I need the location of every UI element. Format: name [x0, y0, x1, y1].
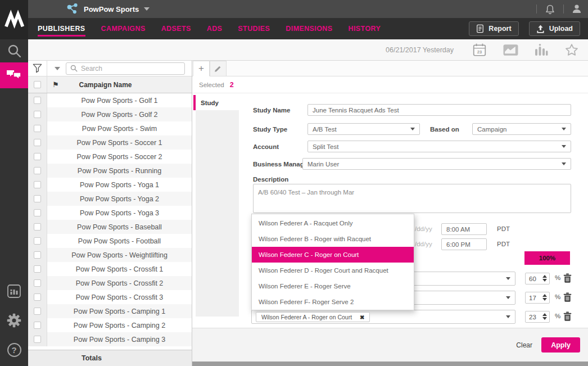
row-checkbox[interactable] — [34, 125, 41, 132]
based-on-select[interactable]: Campaign — [472, 123, 571, 135]
campaign-row[interactable]: Pow Pow Sports - Soccer 2 — [28, 150, 192, 164]
dropdown-option-selected[interactable]: Wilson Federer C - Roger on Court — [252, 247, 414, 263]
clear-button[interactable]: Clear — [516, 341, 532, 349]
campaign-row[interactable]: Pow Pow Sports - Soccer 1 — [28, 135, 192, 150]
campaign-row[interactable]: Pow Pow Sports - Camping 3 — [28, 332, 192, 346]
campaign-row[interactable]: Pow Pow Sports - Crossfit 3 — [28, 290, 192, 304]
description-textarea[interactable]: A/B 60/40 Test – Jan through Mar — [253, 184, 571, 213]
sidebar-settings-gear-icon[interactable] — [0, 313, 28, 328]
divider — [536, 4, 537, 13]
row-checkbox[interactable] — [34, 237, 41, 245]
campaign-row[interactable]: Pow Pow Sports - Yoga 1 — [28, 178, 192, 192]
sidebar-reports-icon[interactable] — [0, 284, 28, 299]
edit-tab[interactable] — [210, 61, 227, 76]
marin-m-icon — [4, 10, 24, 30]
campaign-search-box — [66, 62, 185, 75]
stepper-icon[interactable] — [542, 294, 547, 301]
trend-chart-icon[interactable] — [503, 44, 518, 56]
dropdown-option[interactable]: Wilson Federer F- Roger Serve 2 — [252, 294, 414, 310]
start-time-input[interactable] — [441, 223, 487, 235]
account-switcher[interactable]: PowPow Sports — [66, 3, 150, 15]
calendar-icon[interactable]: 23 — [472, 43, 487, 57]
row-checkbox[interactable] — [34, 251, 41, 259]
flag-column-icon[interactable]: ⚑ — [47, 76, 64, 93]
study-type-select[interactable]: A/B Test — [307, 123, 420, 135]
sidebar-help-icon[interactable]: ? — [0, 343, 28, 357]
end-time-input[interactable] — [441, 238, 487, 250]
dropdown-option[interactable]: Wilson Federer D - Roger Court and Racqu… — [252, 263, 414, 278]
filter-funnel-icon[interactable] — [28, 61, 47, 76]
campaign-row[interactable]: Pow Pow Sports - Crossfit 2 — [28, 276, 192, 290]
campaign-row[interactable]: Pow Pow Sports - Football — [28, 234, 192, 248]
dropdown-option[interactable]: Wilson Federer A - Racquet Only — [252, 215, 414, 231]
stepper-icon[interactable] — [542, 275, 547, 282]
study-name-input[interactable] — [307, 104, 571, 116]
nav-tab-campaigns[interactable]: CAMPAIGNS — [101, 18, 146, 39]
campaign-row[interactable]: Pow Pow Sports - Yoga 3 — [28, 206, 192, 220]
row-checkbox[interactable] — [34, 153, 41, 160]
favorite-star-icon[interactable] — [564, 43, 579, 57]
user-profile-icon[interactable] — [571, 3, 582, 15]
nav-tab-dimensions[interactable]: DIMENSIONS — [286, 18, 332, 39]
campaign-row[interactable]: Pow Pow Sports - Weightlifting — [28, 248, 192, 262]
topbar-right — [529, 3, 582, 15]
end-date-placeholder-partial[interactable]: /dd/yy — [415, 238, 440, 250]
campaign-row[interactable]: Pow Pow Sports - Camping 1 — [28, 304, 192, 318]
campaign-name-column-header[interactable]: Campaign Name — [64, 76, 192, 93]
campaign-row[interactable]: Pow Pow Sports - Running — [28, 164, 192, 178]
nav-tab-ads[interactable]: ADS — [207, 18, 223, 39]
row-checkbox[interactable] — [34, 167, 41, 174]
campaign-row[interactable]: Pow Pow Sports - Baseball — [28, 220, 192, 234]
upload-button[interactable]: Upload — [529, 21, 580, 36]
row-checkbox[interactable] — [34, 97, 41, 104]
filter-dropdown-caret-icon[interactable] — [55, 67, 60, 70]
row-checkbox[interactable] — [34, 293, 41, 301]
row-checkbox[interactable] — [34, 279, 41, 287]
row-checkbox[interactable] — [34, 223, 41, 231]
business-manager-select[interactable]: Marin User — [302, 158, 571, 170]
delete-variation-trash-icon[interactable] — [563, 311, 572, 323]
campaign-row[interactable]: Pow Pow Sports - Swim — [28, 121, 192, 135]
select-all-checkbox[interactable] — [34, 81, 41, 88]
column-chart-icon[interactable] — [535, 44, 548, 56]
nav-tab-adsets[interactable]: ADSETS — [161, 18, 191, 39]
search-input[interactable] — [81, 65, 180, 73]
selected-variation-chip[interactable]: Wilson Federer A - Roger on Court ✖ — [256, 312, 370, 322]
row-checkbox[interactable] — [34, 111, 41, 118]
sidebar-chat-item-active[interactable] — [0, 62, 28, 88]
start-date-placeholder-partial[interactable]: /dd/yy — [415, 223, 440, 235]
chip-close-icon[interactable]: ✖ — [360, 314, 364, 320]
delete-variation-trash-icon[interactable] — [563, 273, 572, 285]
marin-logo[interactable] — [0, 0, 28, 39]
dropdown-option[interactable]: Wilson Federer B - Roger with Racquet — [252, 231, 414, 247]
campaign-row[interactable]: Pow Pow Sports - Crossfit 1 — [28, 262, 192, 276]
report-button[interactable]: Report — [469, 21, 518, 36]
account-select[interactable]: Split Test — [307, 141, 571, 152]
campaign-row[interactable]: Pow Pow Sports - Camping 2 — [28, 318, 192, 332]
campaign-row[interactable]: Pow Pow Sports - Golf 1 — [28, 93, 192, 107]
campaign-row[interactable]: Pow Pow Sports - Golf 2 — [28, 107, 192, 121]
row-checkbox[interactable] — [34, 336, 41, 343]
tab-study[interactable]: Study — [193, 95, 239, 110]
dropdown-option[interactable]: Wilson Federer E - Roger Serve — [252, 278, 414, 294]
campaign-row[interactable]: Pow Pow Sports - Yoga 2 — [28, 192, 192, 206]
nav-tab-history[interactable]: HISTORY — [349, 18, 381, 39]
row-checkbox[interactable] — [34, 209, 41, 216]
row-checkbox[interactable] — [34, 139, 41, 146]
totals-row: Totals — [28, 350, 192, 366]
sidebar-search-icon[interactable] — [0, 43, 28, 58]
apply-button[interactable]: Apply — [541, 337, 580, 353]
row-checkbox[interactable] — [34, 265, 41, 273]
nav-tab-studies[interactable]: STUDIES — [238, 18, 270, 39]
notifications-bell-icon[interactable] — [544, 3, 556, 15]
row-checkbox[interactable] — [34, 181, 41, 188]
totals-label: Totals — [82, 354, 102, 362]
row-checkbox[interactable] — [34, 195, 41, 202]
nav-tab-publishers[interactable]: PUBLISHERS — [38, 18, 85, 39]
add-tab[interactable]: + — [193, 61, 210, 76]
date-range-text[interactable]: 06/21/2017 Yesterday — [386, 46, 454, 54]
delete-variation-trash-icon[interactable] — [563, 292, 572, 304]
row-checkbox[interactable] — [34, 322, 41, 329]
row-checkbox[interactable] — [34, 308, 41, 315]
stepper-icon[interactable] — [542, 313, 547, 320]
